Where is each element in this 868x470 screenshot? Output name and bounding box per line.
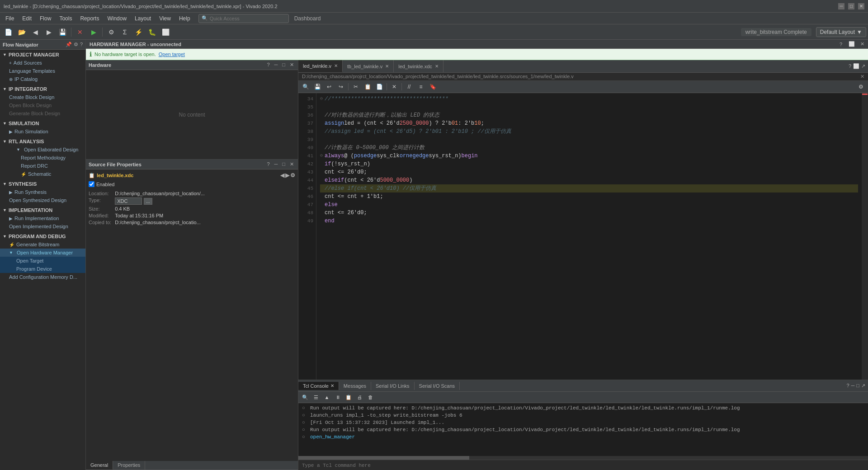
menu-tools[interactable]: Tools bbox=[56, 14, 75, 23]
open-hw-manager-link[interactable]: open_hw_manager bbox=[310, 434, 355, 440]
src-maximize-icon[interactable]: □ bbox=[281, 161, 287, 168]
editor-expand-icon[interactable]: ⬜ bbox=[853, 63, 859, 69]
close-path-icon[interactable]: ✕ bbox=[860, 74, 864, 80]
menu-view[interactable]: View bbox=[156, 14, 175, 23]
hw-close-icon[interactable]: ✕ bbox=[288, 61, 295, 68]
sidebar-item-add-sources[interactable]: + Add Sources bbox=[0, 59, 85, 67]
con-search-button[interactable]: 🔍 bbox=[300, 393, 310, 402]
sidebar-item-run-synthesis[interactable]: ▶ Run Synthesis bbox=[0, 188, 85, 196]
menu-layout[interactable]: Layout bbox=[131, 14, 155, 23]
tcl-close[interactable]: ✕ bbox=[330, 383, 334, 388]
fold-46[interactable] bbox=[320, 193, 323, 201]
hw-maximize-icon[interactable]: □ bbox=[281, 61, 287, 68]
close-button[interactable]: ✕ bbox=[858, 3, 864, 9]
fold-36[interactable] bbox=[320, 111, 323, 119]
line-37[interactable]: 37 bbox=[298, 119, 316, 127]
tab-general[interactable]: General bbox=[86, 461, 113, 470]
line-41[interactable]: 41 bbox=[298, 152, 316, 160]
new-file-button[interactable]: 📄 bbox=[2, 26, 14, 38]
sidebar-item-language-templates[interactable]: Language Templates bbox=[0, 67, 85, 75]
src-enabled-checkbox[interactable]: Enabled bbox=[89, 181, 295, 187]
sidebar-item-schematic[interactable]: ⚡ Schematic bbox=[5, 170, 85, 178]
line-45[interactable]: 45 bbox=[298, 184, 316, 193]
line-35[interactable]: 35 bbox=[298, 103, 316, 111]
sidebar-item-run-implementation[interactable]: ▶ Run Implementation bbox=[0, 214, 85, 222]
line-39[interactable]: 39 bbox=[298, 136, 316, 144]
dashboard-button[interactable]: Dashboard bbox=[290, 14, 326, 23]
console-tab-messages[interactable]: Messages bbox=[339, 382, 371, 390]
tab-led-twinkle-v-close[interactable]: ✕ bbox=[334, 63, 338, 68]
flow-nav-settings-icon[interactable]: ⚙ bbox=[74, 42, 78, 47]
fold-44[interactable] bbox=[320, 176, 323, 184]
sidebar-item-ip-catalog[interactable]: ⊕ IP Catalog bbox=[0, 75, 85, 83]
maximize-button[interactable]: □ bbox=[848, 3, 854, 9]
console-tab-serial-io-scans[interactable]: Serial I/O Scans bbox=[415, 382, 460, 390]
console-scrollbar[interactable] bbox=[298, 456, 868, 460]
sidebar-item-program-device[interactable]: Program Device bbox=[0, 265, 85, 273]
line-34[interactable]: 34 bbox=[298, 95, 316, 103]
line-48[interactable]: 48 bbox=[298, 209, 316, 217]
fold-48[interactable] bbox=[320, 209, 323, 217]
ed-cut-button[interactable]: ✂ bbox=[350, 82, 361, 92]
menu-help[interactable]: Help bbox=[175, 14, 194, 23]
fold-42[interactable] bbox=[320, 160, 323, 168]
run2-button[interactable]: ⬜ bbox=[159, 26, 172, 38]
sidebar-item-open-implemented-design[interactable]: Open Implemented Design bbox=[0, 222, 85, 230]
line-44[interactable]: 44 bbox=[298, 176, 316, 184]
console-tab-tcl[interactable]: Tcl Console ✕ bbox=[298, 382, 339, 390]
console-maximize-icon[interactable]: □ bbox=[856, 383, 859, 389]
layout-button[interactable]: Default Layout ▼ bbox=[816, 27, 866, 37]
back-button[interactable]: ◀ bbox=[29, 26, 42, 38]
console-minimize-icon[interactable]: ─ bbox=[851, 383, 855, 389]
con-filter-button[interactable]: ☰ bbox=[311, 393, 321, 402]
console-popout-icon[interactable]: ↗ bbox=[861, 383, 865, 389]
ed-delete-button[interactable]: ✕ bbox=[389, 82, 400, 92]
editor-popout-icon[interactable]: ↗ bbox=[861, 63, 865, 69]
line-40[interactable]: 40 bbox=[298, 144, 316, 152]
fold-37[interactable] bbox=[320, 119, 323, 127]
con-up-button[interactable]: ▲ bbox=[322, 393, 332, 402]
fold-47[interactable] bbox=[320, 201, 323, 209]
tab-led-twinkle-xdc[interactable]: led_twinkle.xdc ✕ bbox=[394, 60, 443, 72]
src-help-icon[interactable]: ? bbox=[265, 161, 271, 168]
fold-38[interactable] bbox=[320, 127, 323, 136]
console-tab-serial-io[interactable]: Serial I/O Links bbox=[371, 382, 415, 390]
fold-34[interactable]: ⊖ bbox=[320, 95, 323, 103]
con-pause-button[interactable]: ⏸ bbox=[333, 393, 343, 402]
sidebar-item-generate-block-design[interactable]: Generate Block Design bbox=[0, 109, 85, 118]
sidebar-item-create-block-design[interactable]: Create Block Design bbox=[0, 93, 85, 101]
nav-section-header-project-manager[interactable]: ▼ PROJECT MANAGER bbox=[0, 51, 85, 59]
nav-section-header-ip-integrator[interactable]: ▼ IP INTEGRATOR bbox=[0, 85, 85, 93]
flow-nav-help-icon[interactable]: ? bbox=[80, 42, 83, 47]
debug-button[interactable]: 🐛 bbox=[146, 26, 158, 38]
nav-section-header-simulation[interactable]: ▼ SIMULATION bbox=[0, 119, 85, 127]
menu-file[interactable]: File bbox=[2, 14, 18, 23]
line-42[interactable]: 42 bbox=[298, 160, 316, 168]
tab-xdc-close[interactable]: ✕ bbox=[435, 64, 439, 69]
tab-properties[interactable]: Properties bbox=[113, 461, 145, 470]
code-content[interactable]: ⊖ //************************************… bbox=[316, 93, 862, 380]
enabled-check[interactable] bbox=[89, 181, 94, 187]
nav-section-header-synthesis[interactable]: ▼ SYNTHESIS bbox=[0, 180, 85, 188]
line-49[interactable]: 49 bbox=[298, 217, 316, 225]
menu-reports[interactable]: Reports bbox=[76, 14, 103, 23]
console-input-area[interactable] bbox=[298, 460, 868, 470]
ed-align-button[interactable]: ≡ bbox=[415, 82, 426, 92]
nav-section-header-rtl-analysis[interactable]: ▼ RTL ANALYSIS bbox=[0, 137, 85, 146]
ed-settings-button[interactable]: ⚙ bbox=[855, 82, 866, 92]
src-prev-button[interactable]: ◀ bbox=[280, 172, 284, 179]
minimize-button[interactable]: ─ bbox=[838, 3, 844, 9]
stop-button[interactable]: ✕ bbox=[74, 26, 86, 38]
ed-redo-button[interactable]: ↪ bbox=[335, 82, 346, 92]
src-close-icon[interactable]: ✕ bbox=[288, 161, 295, 168]
ed-search-button[interactable]: 🔍 bbox=[300, 82, 311, 92]
open-file-button[interactable]: 📂 bbox=[15, 26, 28, 38]
open-target-link[interactable]: Open target bbox=[159, 52, 185, 57]
sidebar-item-report-drc[interactable]: Report DRC bbox=[5, 162, 85, 170]
hw-manager-expand-icon[interactable]: ⬜ bbox=[849, 41, 855, 47]
menu-edit[interactable]: Edit bbox=[19, 14, 35, 23]
sidebar-item-open-target[interactable]: Open Target bbox=[0, 257, 85, 265]
run-button[interactable]: ▶ bbox=[87, 26, 100, 38]
con-copy-button[interactable]: 📋 bbox=[344, 393, 354, 402]
save-button[interactable]: 💾 bbox=[56, 26, 69, 38]
